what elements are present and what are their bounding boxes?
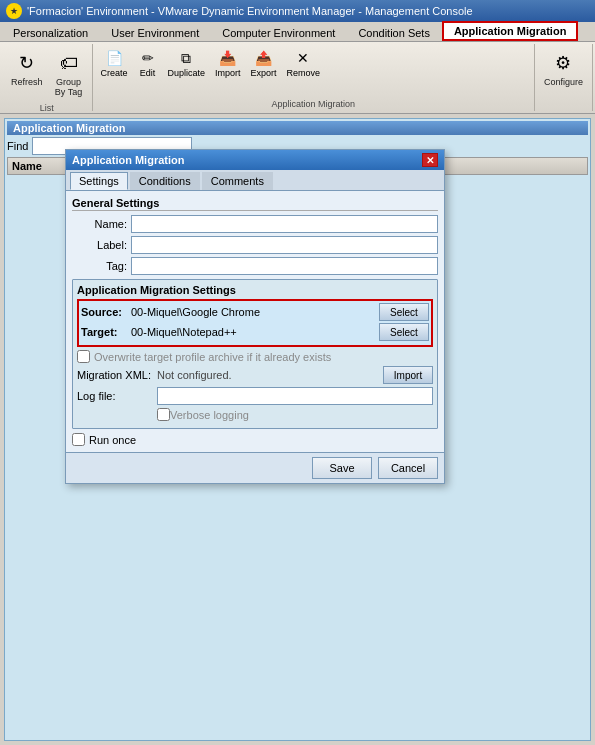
list-group-label: List: [40, 101, 54, 113]
ribbon-list-buttons: ↻ Refresh 🏷 GroupBy Tag: [6, 46, 88, 101]
verbose-label: Verbose logging: [170, 409, 249, 421]
tab-personalization[interactable]: Personalization: [2, 24, 99, 41]
source-select-button[interactable]: Select: [379, 303, 429, 321]
find-label: Find: [7, 140, 28, 152]
label-row: Label:: [72, 236, 438, 254]
name-row: Name:: [72, 215, 438, 233]
export-button[interactable]: 📤 Export: [247, 46, 281, 80]
verbose-checkbox[interactable]: [157, 408, 170, 421]
ribbon-group-list: ↻ Refresh 🏷 GroupBy Tag List: [2, 44, 93, 111]
overwrite-label: Overwrite target profile archive if it a…: [94, 351, 331, 363]
tab-conditions[interactable]: Conditions: [130, 172, 200, 190]
appmig-group-label: Application Migration: [271, 97, 355, 109]
refresh-button[interactable]: ↻ Refresh: [6, 46, 48, 91]
source-target-box: Source: 00-Miquel\Google Chrome Select T…: [77, 299, 433, 347]
save-button[interactable]: Save: [312, 457, 372, 479]
migration-xml-row: Migration XML: Not configured. Import: [77, 366, 433, 384]
target-value: 00-Miquel\Notepad++: [131, 326, 379, 338]
create-button[interactable]: 📄 Create: [97, 46, 132, 80]
target-select-button[interactable]: Select: [379, 323, 429, 341]
refresh-label: Refresh: [11, 78, 43, 88]
app-migration-settings-section: Application Migration Settings Source: 0…: [72, 279, 438, 429]
general-settings-title: General Settings: [72, 197, 438, 211]
tab-computer-environment[interactable]: Computer Environment: [211, 24, 346, 41]
create-icon: 📄: [104, 48, 124, 68]
log-file-input[interactable]: [157, 387, 433, 405]
app-migration-dialog: Application Migration ✕ Settings Conditi…: [65, 149, 445, 484]
verbose-row: Verbose logging: [77, 408, 433, 421]
source-value: 00-Miquel\Google Chrome: [131, 306, 379, 318]
run-once-row: Run once: [72, 433, 438, 446]
ribbon: ↻ Refresh 🏷 GroupBy Tag List 📄 Create ✏ …: [0, 42, 595, 114]
group-by-tag-icon: 🏷: [55, 49, 83, 77]
configure-button[interactable]: ⚙ Configure: [539, 46, 588, 91]
dialog-content: General Settings Name: Label: Tag: Appli…: [66, 191, 444, 452]
duplicate-icon: ⧉: [176, 48, 196, 68]
source-row: Source: 00-Miquel\Google Chrome Select: [81, 303, 429, 321]
run-once-label: Run once: [89, 434, 136, 446]
log-file-row: Log file:: [77, 387, 433, 405]
main-content: Application Migration Find Name Label Ta…: [0, 114, 595, 745]
remove-icon: ✕: [293, 48, 313, 68]
configure-buttons: ⚙ Configure: [539, 46, 588, 91]
ribbon-group-appmig: 📄 Create ✏ Edit ⧉ Duplicate 📥 Import 📤 E…: [93, 44, 535, 111]
refresh-icon: ↻: [13, 49, 41, 77]
tab-comments[interactable]: Comments: [202, 172, 273, 190]
overwrite-row: Overwrite target profile archive if it a…: [77, 350, 433, 363]
log-file-label: Log file:: [77, 390, 157, 402]
tab-condition-sets[interactable]: Condition Sets: [347, 24, 441, 41]
export-icon: 📤: [254, 48, 274, 68]
dialog-footer: Save Cancel: [66, 452, 444, 483]
configure-label: Configure: [544, 78, 583, 88]
group-by-tag-label: GroupBy Tag: [55, 78, 82, 98]
name-input[interactable]: [131, 215, 438, 233]
dialog-title-text: Application Migration: [72, 154, 184, 166]
tab-user-environment[interactable]: User Environment: [100, 24, 210, 41]
app-migration-settings-title: Application Migration Settings: [77, 284, 236, 296]
dialog-tabs: Settings Conditions Comments: [66, 170, 444, 191]
migration-xml-label: Migration XML:: [77, 369, 157, 381]
configure-icon: ⚙: [549, 49, 577, 77]
menu-tabs: Personalization User Environment Compute…: [0, 22, 595, 42]
tab-settings[interactable]: Settings: [70, 172, 128, 190]
target-row: Target: 00-Miquel\Notepad++ Select: [81, 323, 429, 341]
tag-input[interactable]: [131, 257, 438, 275]
import-icon: 📥: [218, 48, 238, 68]
import-button[interactable]: 📥 Import: [211, 46, 245, 80]
migration-xml-import-button[interactable]: Import: [383, 366, 433, 384]
label-label: Label:: [72, 239, 127, 251]
app-migration-panel: Application Migration Find Name Label Ta…: [4, 118, 591, 741]
panel-title: Application Migration: [7, 121, 588, 135]
label-input[interactable]: [131, 236, 438, 254]
window-title: 'Formacion' Environment - VMware Dynamic…: [27, 5, 473, 17]
dialog-title-bar: Application Migration ✕: [66, 150, 444, 170]
cancel-button[interactable]: Cancel: [378, 457, 438, 479]
source-label: Source:: [81, 306, 131, 318]
run-once-checkbox[interactable]: [72, 433, 85, 446]
ribbon-group-configure: ⚙ Configure: [535, 44, 593, 111]
app-icon: ★: [6, 3, 22, 19]
dialog-close-button[interactable]: ✕: [422, 153, 438, 167]
migration-xml-value: Not configured.: [157, 369, 383, 381]
remove-button[interactable]: ✕ Remove: [283, 46, 325, 80]
ribbon-appmig-buttons: 📄 Create ✏ Edit ⧉ Duplicate 📥 Import 📤 E…: [97, 46, 530, 80]
edit-icon: ✏: [138, 48, 158, 68]
group-by-tag-button[interactable]: 🏷 GroupBy Tag: [50, 46, 88, 101]
tag-row: Tag:: [72, 257, 438, 275]
tab-application-migration[interactable]: Application Migration: [442, 21, 578, 41]
overwrite-checkbox[interactable]: [77, 350, 90, 363]
edit-button[interactable]: ✏ Edit: [134, 46, 162, 80]
duplicate-button[interactable]: ⧉ Duplicate: [164, 46, 210, 80]
title-bar: ★ 'Formacion' Environment - VMware Dynam…: [0, 0, 595, 22]
tag-label: Tag:: [72, 260, 127, 272]
target-label: Target:: [81, 326, 131, 338]
name-label: Name:: [72, 218, 127, 230]
